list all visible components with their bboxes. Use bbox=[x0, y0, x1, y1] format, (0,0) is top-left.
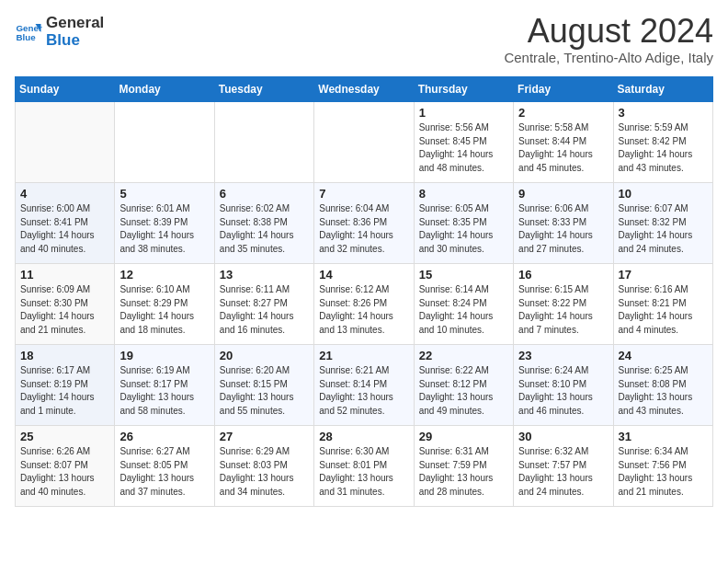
calendar-cell: 15Sunrise: 6:14 AM Sunset: 8:24 PM Dayli… bbox=[414, 264, 513, 345]
calendar-cell: 5Sunrise: 6:01 AM Sunset: 8:39 PM Daylig… bbox=[115, 183, 214, 264]
day-info: Sunrise: 6:09 AM Sunset: 8:30 PM Dayligh… bbox=[20, 283, 109, 337]
calendar-cell: 2Sunrise: 5:58 AM Sunset: 8:44 PM Daylig… bbox=[514, 102, 613, 183]
day-number: 19 bbox=[119, 349, 209, 362]
day-info: Sunrise: 6:27 AM Sunset: 8:05 PM Dayligh… bbox=[119, 445, 209, 499]
day-number: 11 bbox=[20, 268, 109, 282]
calendar-cell bbox=[214, 102, 313, 183]
day-info: Sunrise: 6:21 AM Sunset: 8:14 PM Dayligh… bbox=[319, 364, 408, 418]
day-number: 16 bbox=[518, 268, 608, 282]
calendar-cell: 14Sunrise: 6:12 AM Sunset: 8:26 PM Dayli… bbox=[314, 264, 414, 345]
day-info: Sunrise: 6:29 AM Sunset: 8:03 PM Dayligh… bbox=[220, 445, 309, 499]
calendar-cell: 9Sunrise: 6:06 AM Sunset: 8:33 PM Daylig… bbox=[514, 183, 613, 264]
weekday-header: Tuesday bbox=[214, 77, 313, 102]
day-number: 26 bbox=[119, 430, 209, 443]
calendar-cell: 20Sunrise: 6:20 AM Sunset: 8:15 PM Dayli… bbox=[214, 345, 313, 426]
day-info: Sunrise: 6:30 AM Sunset: 8:01 PM Dayligh… bbox=[319, 445, 408, 499]
logo: General Blue General Blue bbox=[15, 15, 104, 49]
weekday-header: Monday bbox=[115, 77, 214, 102]
day-number: 22 bbox=[419, 349, 508, 362]
day-info: Sunrise: 5:58 AM Sunset: 8:44 PM Dayligh… bbox=[518, 121, 608, 175]
day-info: Sunrise: 6:06 AM Sunset: 8:33 PM Dayligh… bbox=[518, 202, 608, 256]
day-info: Sunrise: 6:25 AM Sunset: 8:08 PM Dayligh… bbox=[619, 364, 708, 418]
day-number: 6 bbox=[220, 187, 309, 201]
calendar-row: 11Sunrise: 6:09 AM Sunset: 8:30 PM Dayli… bbox=[16, 264, 713, 345]
calendar-cell: 23Sunrise: 6:24 AM Sunset: 8:10 PM Dayli… bbox=[514, 345, 613, 426]
svg-text:Blue: Blue bbox=[17, 32, 37, 42]
day-info: Sunrise: 6:10 AM Sunset: 8:29 PM Dayligh… bbox=[119, 283, 209, 337]
day-info: Sunrise: 6:22 AM Sunset: 8:12 PM Dayligh… bbox=[419, 364, 508, 418]
calendar-cell: 10Sunrise: 6:07 AM Sunset: 8:32 PM Dayli… bbox=[613, 183, 712, 264]
day-info: Sunrise: 6:02 AM Sunset: 8:38 PM Dayligh… bbox=[220, 202, 309, 256]
logo-line1: General bbox=[46, 15, 104, 32]
day-number: 14 bbox=[319, 268, 408, 282]
day-number: 18 bbox=[20, 349, 109, 362]
calendar-cell bbox=[16, 102, 115, 183]
day-info: Sunrise: 6:07 AM Sunset: 8:32 PM Dayligh… bbox=[619, 202, 708, 256]
day-number: 10 bbox=[619, 187, 708, 201]
day-info: Sunrise: 6:00 AM Sunset: 8:41 PM Dayligh… bbox=[20, 202, 109, 256]
day-info: Sunrise: 5:59 AM Sunset: 8:42 PM Dayligh… bbox=[619, 121, 708, 175]
day-number: 17 bbox=[619, 268, 708, 282]
calendar-cell: 13Sunrise: 6:11 AM Sunset: 8:27 PM Dayli… bbox=[214, 264, 313, 345]
calendar-cell: 17Sunrise: 6:16 AM Sunset: 8:21 PM Dayli… bbox=[613, 264, 712, 345]
calendar-cell: 4Sunrise: 6:00 AM Sunset: 8:41 PM Daylig… bbox=[16, 183, 115, 264]
weekday-header: Friday bbox=[514, 77, 613, 102]
day-number: 4 bbox=[20, 187, 109, 201]
day-info: Sunrise: 6:31 AM Sunset: 7:59 PM Dayligh… bbox=[419, 445, 508, 499]
day-info: Sunrise: 6:34 AM Sunset: 7:56 PM Dayligh… bbox=[619, 445, 708, 499]
weekday-header: Sunday bbox=[16, 77, 115, 102]
calendar-cell: 11Sunrise: 6:09 AM Sunset: 8:30 PM Dayli… bbox=[16, 264, 115, 345]
weekday-header: Thursday bbox=[414, 77, 513, 102]
calendar-cell: 21Sunrise: 6:21 AM Sunset: 8:14 PM Dayli… bbox=[314, 345, 414, 426]
day-info: Sunrise: 6:20 AM Sunset: 8:15 PM Dayligh… bbox=[220, 364, 309, 418]
day-number: 30 bbox=[518, 430, 608, 443]
day-number: 1 bbox=[419, 106, 508, 120]
calendar-cell: 25Sunrise: 6:26 AM Sunset: 8:07 PM Dayli… bbox=[16, 426, 115, 507]
weekday-header: Wednesday bbox=[314, 77, 414, 102]
calendar-cell: 7Sunrise: 6:04 AM Sunset: 8:36 PM Daylig… bbox=[314, 183, 414, 264]
page-header: General Blue General Blue August 2024 Ce… bbox=[15, 15, 713, 65]
day-number: 29 bbox=[419, 430, 508, 443]
day-info: Sunrise: 6:01 AM Sunset: 8:39 PM Dayligh… bbox=[119, 202, 209, 256]
calendar-cell: 30Sunrise: 6:32 AM Sunset: 7:57 PM Dayli… bbox=[514, 426, 613, 507]
day-info: Sunrise: 6:14 AM Sunset: 8:24 PM Dayligh… bbox=[419, 283, 508, 337]
calendar-cell: 26Sunrise: 6:27 AM Sunset: 8:05 PM Dayli… bbox=[115, 426, 214, 507]
calendar-cell: 18Sunrise: 6:17 AM Sunset: 8:19 PM Dayli… bbox=[16, 345, 115, 426]
calendar-cell bbox=[314, 102, 414, 183]
day-number: 8 bbox=[419, 187, 508, 201]
day-number: 21 bbox=[319, 349, 408, 362]
day-number: 31 bbox=[619, 430, 708, 443]
day-number: 24 bbox=[619, 349, 708, 362]
calendar-cell: 29Sunrise: 6:31 AM Sunset: 7:59 PM Dayli… bbox=[414, 426, 513, 507]
logo-icon: General Blue bbox=[15, 18, 42, 46]
day-info: Sunrise: 6:24 AM Sunset: 8:10 PM Dayligh… bbox=[518, 364, 608, 418]
calendar-cell: 24Sunrise: 6:25 AM Sunset: 8:08 PM Dayli… bbox=[613, 345, 712, 426]
title-block: August 2024 Centrale, Trentino-Alto Adig… bbox=[504, 15, 713, 65]
calendar-cell: 22Sunrise: 6:22 AM Sunset: 8:12 PM Dayli… bbox=[414, 345, 513, 426]
calendar-row: 1Sunrise: 5:56 AM Sunset: 8:45 PM Daylig… bbox=[16, 102, 713, 183]
calendar-cell: 12Sunrise: 6:10 AM Sunset: 8:29 PM Dayli… bbox=[115, 264, 214, 345]
calendar-cell: 16Sunrise: 6:15 AM Sunset: 8:22 PM Dayli… bbox=[514, 264, 613, 345]
day-info: Sunrise: 6:12 AM Sunset: 8:26 PM Dayligh… bbox=[319, 283, 408, 337]
day-info: Sunrise: 6:17 AM Sunset: 8:19 PM Dayligh… bbox=[20, 364, 109, 418]
day-info: Sunrise: 6:11 AM Sunset: 8:27 PM Dayligh… bbox=[220, 283, 309, 337]
day-info: Sunrise: 6:15 AM Sunset: 8:22 PM Dayligh… bbox=[518, 283, 608, 337]
calendar-cell: 19Sunrise: 6:19 AM Sunset: 8:17 PM Dayli… bbox=[115, 345, 214, 426]
day-info: Sunrise: 6:19 AM Sunset: 8:17 PM Dayligh… bbox=[119, 364, 209, 418]
calendar-cell: 1Sunrise: 5:56 AM Sunset: 8:45 PM Daylig… bbox=[414, 102, 513, 183]
location: Centrale, Trentino-Alto Adige, Italy bbox=[504, 50, 713, 65]
day-info: Sunrise: 6:04 AM Sunset: 8:36 PM Dayligh… bbox=[319, 202, 408, 256]
day-number: 23 bbox=[518, 349, 608, 362]
day-info: Sunrise: 6:05 AM Sunset: 8:35 PM Dayligh… bbox=[419, 202, 508, 256]
calendar-row: 25Sunrise: 6:26 AM Sunset: 8:07 PM Dayli… bbox=[16, 426, 713, 507]
day-number: 13 bbox=[220, 268, 309, 282]
day-number: 7 bbox=[319, 187, 408, 201]
day-number: 25 bbox=[20, 430, 109, 443]
day-number: 27 bbox=[220, 430, 309, 443]
day-number: 20 bbox=[220, 349, 309, 362]
calendar-cell: 6Sunrise: 6:02 AM Sunset: 8:38 PM Daylig… bbox=[214, 183, 313, 264]
calendar-row: 4Sunrise: 6:00 AM Sunset: 8:41 PM Daylig… bbox=[16, 183, 713, 264]
calendar-row: 18Sunrise: 6:17 AM Sunset: 8:19 PM Dayli… bbox=[16, 345, 713, 426]
weekday-header-row: SundayMondayTuesdayWednesdayThursdayFrid… bbox=[16, 77, 713, 102]
day-number: 3 bbox=[619, 106, 708, 120]
